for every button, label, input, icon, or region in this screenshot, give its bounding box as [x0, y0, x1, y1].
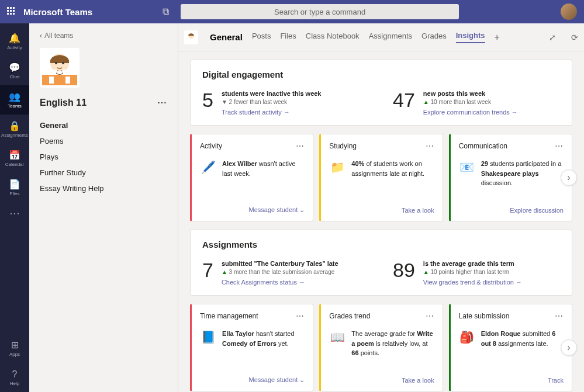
tab-grades[interactable]: Grades [421, 32, 447, 43]
rail-teams[interactable]: 👥Teams [0, 85, 29, 115]
stat-num: 5 [202, 90, 213, 116]
rail-chat[interactable]: 💬Chat [0, 56, 29, 85]
explore-trends-link[interactable]: Explore communication trends → [423, 109, 518, 116]
card-late-submission: Late submission⋯ 🎒Eldon Roque submitted … [449, 304, 572, 391]
tabs-row: General Posts Files Class Notebook Assig… [178, 23, 584, 51]
rail-files[interactable]: 📄Files [0, 173, 29, 202]
card-more-icon[interactable]: ⋯ [296, 311, 305, 321]
app-title: Microsoft Teams [23, 7, 92, 17]
card-grades-trend: Grades trend⋯ 📖The average grade for Wri… [319, 304, 443, 391]
track-action[interactable]: Track [459, 377, 564, 384]
rail-help[interactable]: ?Help [0, 363, 29, 392]
view-grades-link[interactable]: View grades trend & distribution → [423, 279, 522, 286]
lock-icon: 🔒 [9, 120, 20, 131]
tab-files[interactable]: Files [280, 32, 296, 43]
assignments-title: Assignments [202, 240, 560, 249]
svg-rect-0 [42, 75, 77, 85]
folder-icon: 📁 [329, 159, 345, 175]
card-more-icon[interactable]: ⋯ [555, 141, 564, 151]
app-launcher-icon[interactable] [7, 7, 16, 16]
card-activity: Activity⋯ 🖊️Alex Wilber wasn't active la… [190, 134, 313, 221]
channel-further-study[interactable]: Further Study [40, 165, 167, 181]
card-more-icon[interactable]: ⋯ [296, 141, 305, 151]
email-icon: 📧 [459, 159, 475, 175]
svg-point-7 [62, 70, 67, 73]
card-more-icon[interactable]: ⋯ [426, 141, 434, 151]
calendar-icon: 📅 [9, 150, 20, 161]
teams-icon: 👥 [9, 91, 20, 102]
team-more-icon[interactable]: ⋯ [157, 97, 167, 108]
tab-class-notebook[interactable]: Class Notebook [306, 32, 360, 43]
rail-apps[interactable]: ⊞Apps [0, 334, 29, 363]
chevron-left-icon: ‹ [40, 32, 42, 40]
svg-point-6 [53, 70, 57, 73]
take-look-action[interactable]: Take a look [329, 377, 434, 384]
svg-rect-2 [65, 77, 70, 84]
team-avatar[interactable] [40, 48, 80, 88]
tab-insights[interactable]: Insights [456, 31, 485, 43]
channel-essay-writing[interactable]: Essay Writing Help [40, 181, 167, 196]
stat-inactive-students: 5 students were inactive this week ▼ 2 f… [202, 90, 369, 116]
refresh-icon[interactable]: ⟳ [571, 33, 578, 42]
popout-icon[interactable]: ⧉ [163, 6, 169, 17]
svg-rect-1 [49, 77, 54, 84]
rail-more-icon[interactable]: ⋯ [9, 207, 20, 220]
cards-row-1: Activity⋯ 🖊️Alex Wilber wasn't active la… [190, 134, 572, 221]
app-rail: 🔔Activity 💬Chat 👥Teams 🔒Assignments 📅Cal… [0, 23, 29, 392]
user-avatar[interactable] [561, 4, 577, 20]
channel-plays[interactable]: Plays [40, 149, 167, 165]
next-arrow-icon[interactable]: › [561, 339, 577, 356]
pencil-cup-icon: 🖊️ [200, 159, 216, 175]
shakespeare-icon [42, 50, 77, 85]
channel-poems[interactable]: Poems [40, 133, 167, 149]
engagement-title: Digital engagement [202, 70, 560, 79]
stat-num: 47 [393, 90, 415, 116]
card-communication: Communication⋯ 📧29 students participated… [449, 134, 572, 221]
tab-channel-name: General [210, 32, 243, 42]
bell-icon: 🔔 [9, 33, 20, 44]
expand-icon[interactable]: ⤢ [549, 33, 556, 42]
explore-discussion-action[interactable]: Explore discussion [459, 207, 564, 214]
card-studying: Studying⋯ 📁40% of students work on assig… [319, 134, 443, 221]
rail-assignments[interactable]: 🔒Assignments [0, 115, 29, 144]
file-icon: 📄 [9, 179, 20, 190]
apps-icon: ⊞ [11, 339, 19, 351]
check-assignments-link[interactable]: Check Assignments status → [222, 279, 338, 286]
search-input[interactable]: Search or type a command [181, 4, 459, 19]
tab-posts[interactable]: Posts [252, 32, 271, 43]
card-more-icon[interactable]: ⋯ [426, 311, 434, 321]
tab-channel-avatar [184, 30, 198, 44]
open-book-icon: 📖 [329, 329, 345, 345]
stat-num: 7 [202, 260, 213, 286]
down-arrow-icon: ▼ [222, 99, 229, 105]
chat-icon: 💬 [9, 62, 20, 73]
rail-calendar[interactable]: 📅Calendar [0, 144, 29, 173]
stat-avg-grade: 89 is the average grade this term ▲ 10 p… [393, 260, 560, 286]
main-content: General Posts Files Class Notebook Assig… [178, 23, 584, 392]
message-student-action[interactable]: Message student ⌄ [200, 206, 305, 214]
add-tab-icon[interactable]: + [495, 32, 500, 43]
up-arrow-icon: ▲ [222, 269, 229, 275]
card-time-management: Time management⋯ 📘Ella Taylor hasn't sta… [190, 304, 313, 391]
channel-list: General Poems Plays Further Study Essay … [40, 117, 167, 196]
svg-point-8 [57, 71, 63, 74]
back-all-teams[interactable]: ‹All teams [40, 32, 167, 40]
stat-new-posts: 47 new posts this week ▲ 10 more than la… [393, 90, 560, 116]
tab-assignments[interactable]: Assignments [369, 32, 412, 43]
rail-activity[interactable]: 🔔Activity [0, 27, 29, 56]
assignments-panel: Assignments 7 submitted "The Canterbury … [190, 230, 572, 296]
search-placeholder: Search or type a command [274, 8, 365, 16]
up-arrow-icon: ▲ [423, 99, 431, 105]
svg-point-4 [55, 62, 57, 64]
message-student-action[interactable]: Message student ⌄ [200, 376, 305, 384]
engagement-panel: Digital engagement 5 students were inact… [190, 60, 572, 126]
track-activity-link[interactable]: Track student activity → [222, 109, 322, 116]
take-look-action[interactable]: Take a look [329, 207, 434, 214]
channel-general[interactable]: General [40, 117, 167, 133]
next-arrow-icon[interactable]: › [561, 169, 577, 186]
svg-point-5 [62, 62, 64, 64]
book-icon: 📘 [200, 329, 216, 345]
card-more-icon[interactable]: ⋯ [555, 311, 564, 321]
up-arrow-icon: ▲ [423, 269, 431, 275]
team-name: English 11 [40, 98, 87, 108]
